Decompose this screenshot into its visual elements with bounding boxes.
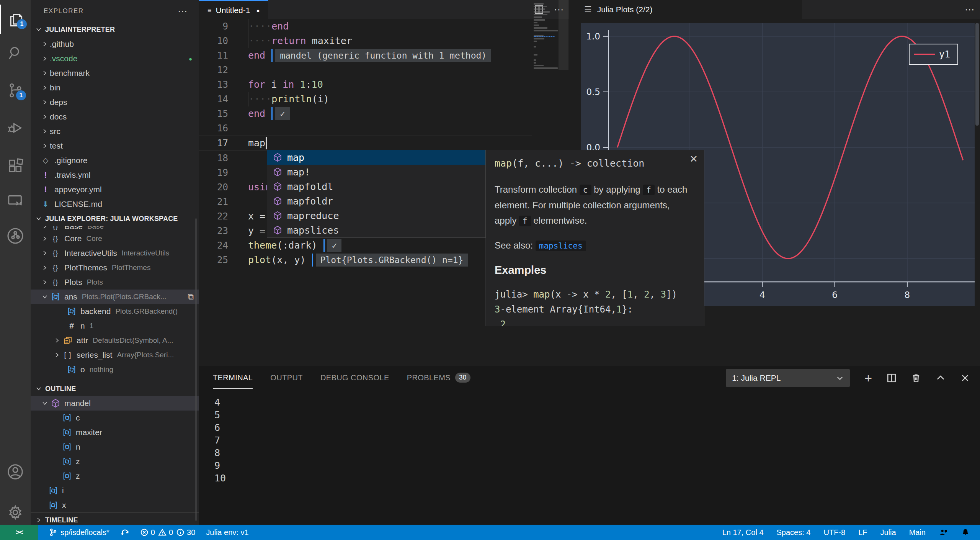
workspace-tree-item[interactable]: backendPlots.GRBackend() [31,304,199,319]
sync-icon[interactable] [120,528,129,537]
section-header-timeline[interactable]: TIMELINE [31,512,199,525]
workspace-tree-item[interactable]: {}CoreCore [31,231,199,246]
workspace-tree-item[interactable]: attrDefaultsDict{Symbol, A... [31,333,199,348]
file-tree-item[interactable]: test [31,139,199,153]
settings-gear-icon[interactable] [0,498,31,527]
workspace-tree-item[interactable]: {}PlotThemesPlotThemes [31,260,199,275]
julia-mode[interactable]: Main [909,528,926,537]
editor-line[interactable]: 15end✓ [199,106,532,121]
explorer-more-actions-icon[interactable]: ⋯ [178,5,188,17]
workspace-tree-item[interactable]: onothing [31,362,199,377]
editor-line[interactable]: 14····println(i) [199,92,532,106]
encoding[interactable]: UTF-8 [823,528,845,537]
outline-tree-item[interactable]: c [31,411,199,425]
editor-line[interactable]: 25plot(x, y)Plot{Plots.GRBackend() n=1} [199,253,532,267]
workspace-tree-item[interactable]: ansPlots.Plot{Plots.GRBack...⧉ [31,290,199,304]
file-tree-item[interactable]: ⬦.gitignore [31,153,199,168]
outline-tree-item[interactable]: n [31,440,199,454]
remote-explorer-icon[interactable] [0,187,31,216]
file-tree-item[interactable]: !.travis.yml [31,168,199,182]
julia-extension-icon[interactable] [0,221,31,250]
tab-debug-console[interactable]: DEBUG CONSOLE [320,366,389,389]
tree-item-detail: Array{Plots.Seri... [117,351,174,359]
workspace-tree-item[interactable]: [ ]series_listArray{Plots.Seri... [31,348,199,362]
section-header-juliainterpreter[interactable]: JULIAINTERPRETER [31,22,199,37]
section-header-outline[interactable]: OUTLINE [31,381,199,396]
run-debug-icon[interactable] [0,113,31,142]
file-tree-item[interactable]: deps [31,95,199,110]
suggest-item-mapreduce[interactable]: mapreduce [267,208,485,223]
minimap[interactable] [532,0,557,123]
outline-tree-item[interactable]: i [31,483,199,498]
eol[interactable]: LF [858,528,867,537]
account-icon[interactable] [0,457,31,486]
kill-terminal-icon[interactable] [911,373,921,383]
workspace-tree-item[interactable]: #n1 [31,319,199,333]
tree-item-label: .gitignore [54,156,87,165]
file-tree-item[interactable]: ⬇LICENSE.md [31,197,199,211]
remote-indicator[interactable]: >< [0,525,38,540]
workspace-tree-item[interactable]: {}BaseBase [31,226,199,231]
editor-line[interactable]: 16 [199,121,532,136]
maximize-panel-icon[interactable] [936,373,946,383]
indentation[interactable]: Spaces: 4 [777,528,811,537]
julia-env[interactable]: Julia env: v1 [206,528,248,537]
outline-tree-item[interactable]: z [31,454,199,469]
close-icon[interactable]: ✕ [689,153,698,165]
notifications-bell-icon[interactable] [961,528,970,537]
source-control-icon[interactable]: 1 [0,76,31,105]
editor-line[interactable]: 12 [199,63,532,77]
suggest-item-map[interactable]: map! [267,165,485,179]
file-tree-item[interactable]: docs [31,110,199,124]
tab-terminal[interactable]: TERMINAL [213,366,253,389]
suggest-label: mapslices [287,225,339,236]
file-tree-item[interactable]: .github [31,37,199,51]
mapslices-link[interactable]: mapslices [536,241,586,251]
extensions-icon[interactable] [0,151,31,180]
cursor-position[interactable]: Ln 17, Col 4 [722,528,764,537]
editor-line[interactable]: 13for i in 1:10 [199,77,532,92]
editor-line[interactable]: 24theme(:dark)✓ [199,238,532,253]
file-tree-item[interactable]: benchmark [31,66,199,80]
open-in-editor-icon[interactable]: ⧉ [188,292,194,302]
file-tree-item[interactable]: bin [31,80,199,95]
tab-output[interactable]: OUTPUT [270,366,303,389]
file-tree-item[interactable]: src [31,124,199,139]
outline-tree-item[interactable]: maxiter [31,425,199,440]
file-tree-item[interactable]: !appveyor.yml [31,182,199,197]
split-terminal-icon[interactable] [887,373,897,383]
workspace-tree-item[interactable]: {}InteractiveUtilsInteractiveUtils [31,246,199,260]
terminal-select[interactable]: 1: Julia REPL [726,369,850,387]
git-branch[interactable]: sp/isdeflocals* [49,528,109,537]
tab-untitled-1[interactable]: ≡ Untitled-1 ● [199,0,268,20]
outline-tree-item[interactable]: mandel [31,396,199,411]
editor-line[interactable]: 11endmandel (generic function with 1 met… [199,48,532,63]
minimap-line [534,41,537,42]
tab-julia-plots[interactable]: ☰ Julia Plots (2/2) [575,0,802,19]
symbol-cube-icon [272,196,283,206]
new-terminal-icon[interactable]: + [864,371,872,386]
workspace-tree-item[interactable]: {}PlotsPlots [31,275,199,290]
explorer-icon[interactable]: 1 [0,5,31,34]
language-mode[interactable]: Julia [880,528,896,537]
editor-line[interactable]: 17map [199,136,532,151]
feedback-icon[interactable] [939,528,948,537]
section-header-julia-workspace[interactable]: JULIA EXPLORER: JULIA WORKSPACE [31,211,199,226]
suggest-item-mapfoldr[interactable]: mapfoldr [267,194,485,208]
editor-line[interactable]: 9····end [199,19,532,34]
file-tree-item[interactable]: .vscode● [31,51,199,66]
plots-scrollbar[interactable] [975,23,979,126]
tab-problems[interactable]: PROBLEMS30 [407,366,470,389]
terminal-output[interactable]: 45678910julia> [214,396,261,540]
plots-more-actions-icon[interactable]: ⋯ [965,4,975,16]
suggest-item-map[interactable]: map [267,150,485,165]
sidebar-scrollbar[interactable] [195,218,197,521]
outline-tree-item[interactable]: z [31,469,199,483]
close-panel-icon[interactable] [960,373,970,383]
suggest-item-mapslices[interactable]: mapslices [267,223,485,237]
problems-summary[interactable]: 0 0 30 [140,528,196,537]
suggest-item-mapfoldl[interactable]: mapfoldl [267,179,485,194]
search-icon[interactable] [0,38,31,67]
outline-tree-item[interactable]: x [31,498,199,512]
editor-line[interactable]: 10····return maxiter [199,34,532,48]
